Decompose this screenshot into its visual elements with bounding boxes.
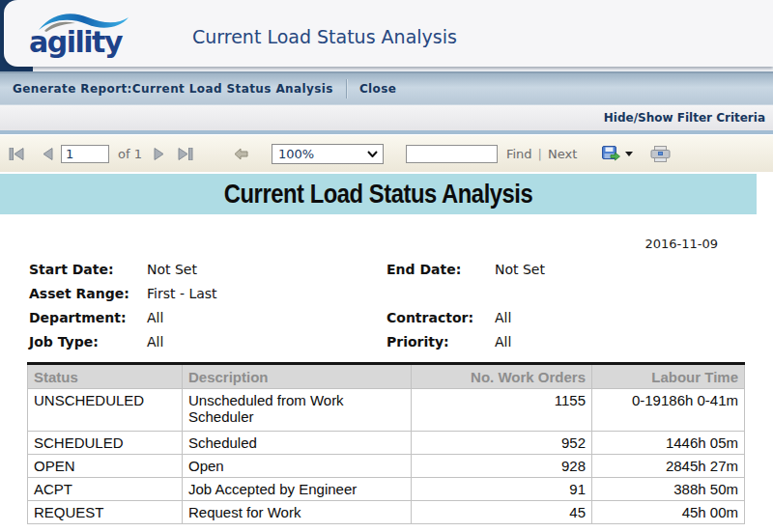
filter-label: End Date: <box>386 262 495 277</box>
zoom-select[interactable]: 100% <box>272 144 384 164</box>
cell-description: Scheduled <box>183 432 412 455</box>
menu-item-close[interactable]: Close <box>347 82 409 96</box>
table-header-row: Status Description No. Work Orders Labou… <box>28 364 745 389</box>
previous-page-icon[interactable] <box>43 148 53 160</box>
column-header-description: Description <box>183 364 412 389</box>
chevron-down-icon <box>367 151 378 157</box>
table-row: REQUEST Request for Work 45 45h 00m <box>28 501 745 524</box>
menu-item-generate-report[interactable]: Generate Report:Current Load Status Anal… <box>0 82 346 96</box>
table-row: SCHEDULED Scheduled 952 1446h 05m <box>28 432 745 455</box>
next-page-icon[interactable] <box>154 148 164 160</box>
column-header-labour-time: Labour Time <box>592 364 745 389</box>
zoom-value: 100% <box>272 147 314 161</box>
app-header: agility Current Load Status Analysis <box>0 0 773 71</box>
find-button[interactable]: Find <box>506 147 532 161</box>
report-date: 2016-11-09 <box>0 237 773 251</box>
filter-value: All <box>147 310 386 325</box>
cell-description: Unscheduled from Work Scheduler <box>183 389 412 432</box>
cell-work-orders: 952 <box>412 432 592 455</box>
cell-status: ACPT <box>28 478 183 501</box>
cell-description: Request for Work <box>183 501 412 524</box>
filter-label: Asset Range: <box>29 286 147 301</box>
table-row: UNSCHEDULED Unscheduled from Work Schedu… <box>28 389 745 432</box>
filter-value: Not Set <box>495 262 773 277</box>
filter-row: Department: All Contractor: All <box>29 305 773 329</box>
table-row: OPEN Open 928 2845h 27m <box>28 455 745 478</box>
next-button[interactable]: Next <box>548 147 577 161</box>
cell-work-orders: 45 <box>412 501 592 524</box>
page-number-input[interactable] <box>61 145 109 163</box>
find-next-separator: | <box>538 147 542 161</box>
cell-status: REQUEST <box>28 501 183 524</box>
cell-status: OPEN <box>28 455 183 478</box>
page-title: Current Load Status Analysis <box>192 26 457 47</box>
cell-work-orders: 928 <box>412 455 592 478</box>
filter-value: First - Last <box>147 286 386 301</box>
cell-status: SCHEDULED <box>28 432 183 455</box>
filter-value: All <box>495 310 773 325</box>
cell-description: Job Accepted by Engineer <box>183 478 412 501</box>
column-header-work-orders: No. Work Orders <box>412 364 592 389</box>
cell-labour-time: 2845h 27m <box>592 455 745 478</box>
agility-logo: agility <box>29 11 137 57</box>
filter-label: Contractor: <box>386 310 495 325</box>
export-save-icon[interactable] <box>602 146 620 162</box>
cell-labour-time: 1446h 05m <box>592 432 745 455</box>
cell-labour-time: 45h 00m <box>592 501 745 524</box>
hide-show-filter-link[interactable]: Hide/Show Filter Criteria <box>604 111 765 125</box>
last-page-icon[interactable] <box>178 148 193 160</box>
menu-bar: Generate Report:Current Load Status Anal… <box>0 71 773 105</box>
header-panel: agility Current Load Status Analysis <box>4 0 773 67</box>
cell-labour-time: 0-19186h 0-41m <box>592 389 745 432</box>
filter-criteria-bar: Hide/Show Filter Criteria <box>0 105 773 130</box>
cell-work-orders: 91 <box>412 478 592 501</box>
print-icon[interactable] <box>650 146 671 162</box>
filter-label: Priority: <box>386 334 495 350</box>
cell-status: UNSCHEDULED <box>28 389 183 432</box>
filter-value: All <box>147 334 386 350</box>
export-menu-caret-icon[interactable] <box>625 152 633 156</box>
cell-description: Open <box>183 455 412 478</box>
filter-label: Job Type: <box>29 334 147 350</box>
table-row: ACPT Job Accepted by Engineer 91 388h 50… <box>28 478 745 501</box>
column-header-status: Status <box>28 364 183 389</box>
filter-criteria-summary: Start Date: Not Set End Date: Not Set As… <box>29 257 773 353</box>
cell-work-orders: 1155 <box>412 389 592 432</box>
logo-wordmark: agility <box>29 28 137 57</box>
filter-value: All <box>495 334 773 350</box>
filter-label: Start Date: <box>29 262 147 277</box>
filter-row: Start Date: Not Set End Date: Not Set <box>29 257 773 281</box>
page-count-label: of 1 <box>118 147 142 161</box>
filter-row: Job Type: All Priority: All <box>29 329 773 353</box>
report-toolbar: of 1 100% Find | Next <box>0 134 773 172</box>
first-page-icon[interactable] <box>9 148 24 160</box>
find-text-input[interactable] <box>406 145 498 163</box>
filter-value: Not Set <box>147 262 386 277</box>
load-status-table: Status Description No. Work Orders Labou… <box>27 362 745 524</box>
report-title: Current Load Status Analysis <box>224 180 533 210</box>
filter-row: Asset Range: First - Last <box>29 281 773 305</box>
report-title-banner: Current Load Status Analysis <box>0 174 757 214</box>
cell-labour-time: 388h 50m <box>592 478 745 501</box>
back-to-parent-icon[interactable] <box>234 148 248 160</box>
filter-label: Department: <box>29 310 147 325</box>
